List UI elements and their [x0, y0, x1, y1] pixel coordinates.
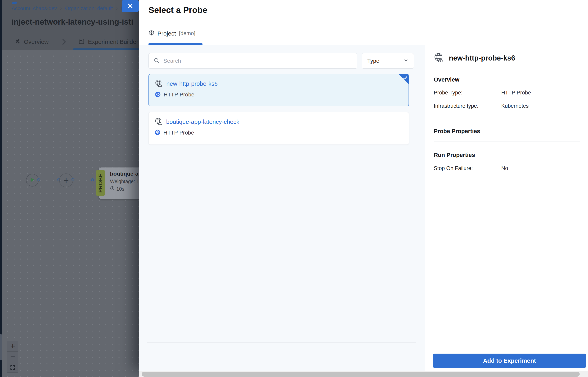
overview-heading: Overview	[434, 76, 459, 83]
probe-node-title: boutique-ap	[110, 171, 144, 177]
pipeline-port	[91, 178, 94, 181]
horizontal-scrollbar-thumb[interactable]	[142, 372, 580, 377]
modal-header: Select a Probe Project [demo]	[139, 0, 588, 45]
stop-on-failure-value: No	[501, 165, 508, 171]
probe-list-panel: Type	[139, 45, 425, 371]
zoom-out-button[interactable]: −	[7, 351, 18, 362]
fullscreen-icon	[10, 363, 15, 372]
kubernetes-icon	[155, 91, 161, 98]
tab-project-scope[interactable]: Project [demo]	[148, 30, 195, 37]
section-divider	[434, 141, 580, 141]
plus-icon: +	[63, 175, 69, 186]
infrastructure-type-key: Infrastructure type:	[434, 103, 501, 109]
search-icon	[154, 57, 160, 64]
close-icon	[127, 3, 133, 10]
probe-name-link[interactable]: new-http-probe-ks6	[166, 80, 217, 87]
tab-overview-label: Overview	[24, 38, 49, 45]
page-title: inject-network-latency-using-isti	[12, 17, 139, 26]
tab-overview[interactable]: Overview	[15, 34, 49, 50]
type-filter-label: Type	[367, 58, 379, 64]
active-tab-underline	[148, 43, 203, 45]
breadcrumb-chevron-icon: ›	[60, 5, 62, 12]
probe-node-weightage: Weightage: 10	[110, 178, 144, 184]
add-to-experiment-button[interactable]: Add to Experiment	[433, 353, 586, 368]
probe-type-label: HTTP Probe	[163, 130, 194, 136]
close-modal-button[interactable]	[122, 0, 139, 12]
probe-type-label: HTTP Probe	[164, 92, 194, 98]
stop-on-failure-key: Stop On Failure:	[434, 165, 501, 171]
probe-node-duration: 10s	[116, 186, 124, 192]
probe-card-boutique-app-latency-check[interactable]: boutique-app-latency-check HTTP	[148, 112, 409, 145]
pipeline-start-node[interactable]	[26, 174, 39, 187]
tab-experiment-builder-label: Experiment Builder	[88, 38, 138, 45]
probe-step-node[interactable]: PROBE boutique-ap Weightage: 10 10s	[96, 167, 143, 199]
tab-project-label: Project	[157, 30, 176, 37]
active-tab-underline	[73, 48, 139, 50]
pipeline-connector	[76, 180, 92, 180]
http-probe-globe-icon	[434, 53, 444, 64]
kubernetes-icon	[155, 129, 161, 136]
probe-node-badge: PROBE	[96, 170, 105, 196]
builder-tab-icon	[78, 38, 85, 46]
page-tabs: Overview Experiment Builder	[2, 34, 139, 50]
cube-icon	[148, 30, 155, 37]
breadcrumb-chevron-icon: ›	[116, 5, 118, 12]
fit-to-screen-button[interactable]	[7, 362, 18, 373]
http-probe-globe-icon	[155, 118, 163, 126]
detail-probe-title: new-http-probe-ks6	[449, 54, 515, 62]
type-filter-dropdown[interactable]: Type	[362, 53, 414, 69]
horizontal-scrollbar[interactable]	[139, 371, 588, 377]
tab-experiment-builder[interactable]: Experiment Builder	[78, 34, 138, 50]
check-icon	[403, 75, 408, 81]
infrastructure-type-value: Kubernetes	[501, 103, 529, 109]
play-icon	[30, 177, 35, 183]
canvas-zoom-controls: + −	[7, 341, 18, 373]
search-input[interactable]	[163, 58, 352, 64]
screen: Account: chaos-dev › Organization: defau…	[0, 0, 588, 377]
zoom-out-icon: −	[10, 352, 15, 362]
pipeline-port	[37, 178, 40, 181]
http-probe-globe-icon	[155, 79, 163, 88]
run-properties-heading: Run Properties	[434, 152, 475, 158]
list-divider	[147, 342, 416, 343]
tab-chevron-icon	[61, 34, 67, 50]
probe-card-new-http-probe-ks6[interactable]: new-http-probe-ks6 HTTP Probe	[148, 74, 409, 106]
harness-logo-mark	[12, 1, 17, 5]
pipeline-port	[72, 178, 74, 181]
list-divider	[147, 349, 418, 349]
probe-type-value: HTTP Probe	[501, 90, 531, 96]
breadcrumb-account-link[interactable]: Account: chaos-dev	[12, 5, 57, 12]
probe-node-text: boutique-ap Weightage: 10 10s	[110, 171, 144, 192]
nav-resize-handle[interactable]	[0, 334, 2, 360]
clock-icon	[110, 186, 115, 192]
collapsed-nav-strip	[0, 0, 2, 377]
zoom-in-icon: +	[10, 342, 15, 351]
probe-properties-heading: Probe Properties	[434, 128, 480, 135]
search-box	[148, 53, 357, 69]
overview-tab-icon	[15, 38, 21, 46]
tab-project-scope-label: [demo]	[179, 30, 195, 36]
experiment-canvas[interactable]: + PROBE boutique-ap Weightage: 10 10s	[2, 50, 139, 377]
breadcrumb-org-link[interactable]: Organization: default	[65, 5, 113, 12]
chevron-down-icon	[403, 58, 408, 64]
add-step-node[interactable]: +	[59, 173, 73, 187]
select-probe-modal: Select a Probe Project [demo]	[139, 0, 588, 371]
modal-title: Select a Probe	[148, 5, 207, 15]
pipeline-connector	[42, 180, 58, 180]
breadcrumb: Account: chaos-dev › Organization: defau…	[12, 5, 124, 12]
section-divider	[434, 117, 580, 117]
probe-detail-panel: new-http-probe-ks6 Overview Probe Type: …	[425, 45, 588, 371]
probe-type-key: Probe Type:	[434, 90, 501, 96]
zoom-in-button[interactable]: +	[7, 341, 18, 352]
probe-name-link[interactable]: boutique-app-latency-check	[166, 118, 240, 125]
